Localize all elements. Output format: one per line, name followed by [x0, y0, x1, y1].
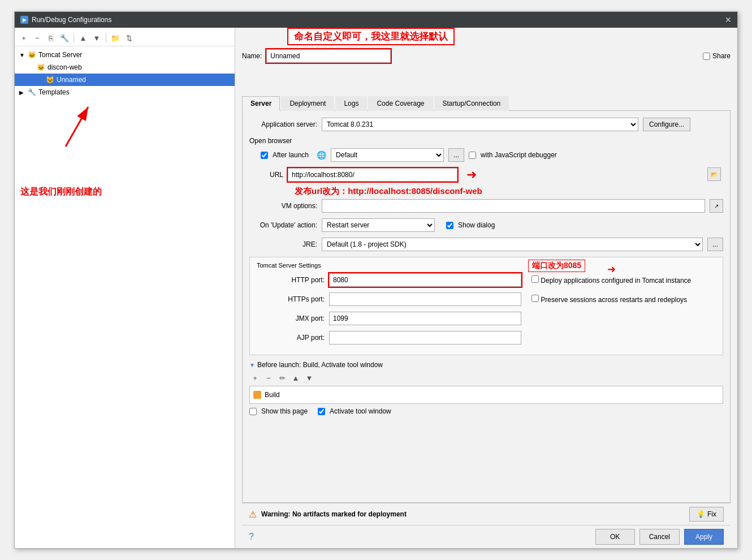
config-tree: ▼ 🐱 Tomcat Server 🐱 discon-web 🐱 Unnamed…	[15, 46, 235, 101]
tab-startup-connection[interactable]: Startup/Connection	[434, 96, 509, 111]
before-launch-up-button[interactable]: ▲	[290, 372, 301, 384]
before-launch-add-button[interactable]: +	[249, 372, 261, 384]
browser-select[interactable]: Default	[331, 148, 444, 162]
tab-deployment[interactable]: Deployment	[281, 96, 334, 111]
tab-server[interactable]: Server	[242, 96, 280, 111]
before-launch-remove-button[interactable]: −	[263, 372, 274, 384]
url-input[interactable]	[288, 168, 457, 182]
before-launch-down-button[interactable]: ▼	[304, 372, 315, 384]
vm-options-expand-button[interactable]: ↗	[710, 199, 723, 213]
https-port-input[interactable]	[329, 292, 521, 306]
warning-icon: ⚠	[249, 509, 257, 520]
cancel-button[interactable]: Cancel	[639, 529, 680, 545]
dialog-icon: ▶	[20, 16, 28, 24]
main-panel: 命名自定义即可，我这里就选择默认 Name: Share Server Depl…	[235, 28, 737, 548]
before-launch-edit-button[interactable]: ✏	[276, 372, 288, 384]
open-browser-section: Open browser After launch 🌐 Default ... …	[249, 137, 723, 182]
copy-config-button[interactable]: ⎘	[45, 32, 57, 44]
help-icon[interactable]: ?	[249, 532, 254, 542]
jmx-port-label: JMX port:	[257, 315, 325, 322]
move-up-button[interactable]: ▲	[77, 32, 89, 44]
deploy-apps-text: Deploy applications configured in Tomcat…	[541, 277, 691, 285]
tabs-row: Server Deployment Logs Code Coverage Sta…	[242, 96, 731, 111]
app-server-row: Application server: Tomcat 8.0.231 Confi…	[249, 118, 723, 131]
url-arrow-icon: ➜	[466, 167, 477, 182]
jre-select[interactable]: Default (1.8 - project SDK)	[322, 238, 703, 251]
after-launch-label: After launch	[273, 151, 309, 159]
name-input[interactable]	[266, 49, 391, 63]
tree-discon-web[interactable]: 🐱 discon-web	[15, 61, 235, 74]
browse-button[interactable]: 📂	[707, 167, 721, 181]
sort-button[interactable]: ⇅	[123, 32, 135, 44]
tomcat-icon-2: 🐱	[36, 63, 45, 72]
vm-options-row: VM options: ↗	[249, 199, 723, 213]
configure-button[interactable]: Configure...	[643, 118, 690, 131]
http-port-row: HTTP port: 端口改为8085 ➜ Deploy application…	[257, 273, 716, 287]
js-debugger-checkbox[interactable]	[469, 152, 476, 159]
ajp-port-input[interactable]	[329, 331, 521, 344]
port-arrow-icon: ➜	[607, 263, 616, 275]
tree-tomcat-label: Tomcat Server	[38, 51, 82, 59]
tree-unnamed-label: Unnamed	[57, 76, 86, 84]
tree-discon-label: discon-web	[47, 63, 82, 71]
url-label: URL	[261, 171, 283, 179]
collapse-arrow[interactable]: ▼	[249, 362, 255, 368]
server-tab-content: Application server: Tomcat 8.0.231 Confi…	[242, 111, 731, 503]
tomcat-icon: 🐱	[27, 50, 36, 59]
show-page-label: Show this page	[261, 407, 308, 415]
preserve-sessions-row: Preserve sessions across restarts and re…	[531, 295, 687, 304]
tree-tomcat-server[interactable]: ▼ 🐱 Tomcat Server	[15, 49, 235, 61]
before-launch-header: ▼ Before launch: Build, Activate tool wi…	[249, 361, 723, 369]
toolbar-separator-2	[106, 33, 106, 42]
fix-icon: 💡	[697, 510, 705, 518]
jre-options-button[interactable]: ...	[707, 238, 723, 251]
activate-label: Activate tool window	[330, 407, 391, 415]
show-dialog-checkbox[interactable]	[446, 222, 453, 229]
close-button[interactable]: ✕	[725, 15, 732, 24]
run-debug-dialog: ▶ Run/Debug Configurations ✕ + − ⎘ 🔧 ▲ ▼…	[14, 11, 738, 549]
show-page-checkbox[interactable]	[249, 408, 257, 415]
tree-unnamed[interactable]: 🐱 Unnamed	[15, 74, 235, 86]
preserve-sessions-checkbox[interactable]	[531, 295, 539, 302]
app-server-select[interactable]: Tomcat 8.0.231	[322, 118, 638, 131]
share-label: Share	[712, 52, 731, 60]
vm-options-input[interactable]	[322, 199, 705, 213]
app-server-label: Application server:	[249, 120, 317, 128]
activate-window-checkbox[interactable]	[318, 408, 325, 415]
url-row: URL ➜ 发布url改为：http://localhost:8085/disc…	[249, 167, 723, 182]
after-launch-row: After launch 🌐 Default ... with JavaScri…	[249, 148, 723, 162]
move-down-button[interactable]: ▼	[91, 32, 102, 44]
tab-code-coverage[interactable]: Code Coverage	[368, 96, 433, 111]
add-config-button[interactable]: +	[18, 32, 29, 44]
jmx-port-input[interactable]	[329, 312, 521, 325]
jre-label: JRE:	[249, 240, 317, 248]
url-browse-btn[interactable]: 📂	[707, 167, 721, 181]
sidebar-annotation: 这是我们刚刚创建的	[20, 186, 102, 201]
remove-config-button[interactable]: −	[32, 32, 43, 44]
before-launch-label: Before launch: Build, Activate tool wind…	[257, 361, 383, 369]
http-port-label: HTTP port:	[257, 276, 325, 284]
before-launch-section: ▼ Before launch: Build, Activate tool wi…	[249, 361, 723, 415]
jmx-port-row: JMX port:	[257, 312, 716, 325]
svg-line-1	[66, 107, 88, 147]
browser-options-button[interactable]: ...	[448, 148, 464, 162]
ok-button[interactable]: OK	[595, 529, 635, 545]
before-launch-list: Build	[249, 386, 723, 404]
before-launch-tools: + − ✏ ▲ ▼	[249, 372, 723, 384]
tree-templates-label: Templates	[38, 88, 70, 96]
build-icon	[253, 391, 261, 399]
apply-button[interactable]: Apply	[684, 529, 724, 545]
share-checkbox[interactable]	[703, 53, 710, 60]
show-page-row: Show this page Activate tool window	[249, 407, 723, 415]
tree-templates[interactable]: ▶ 🔧 Templates	[15, 86, 235, 98]
wrench-button[interactable]: 🔧	[59, 32, 70, 44]
update-action-select[interactable]: Restart server	[322, 218, 435, 232]
name-label: Name:	[242, 52, 262, 60]
deploy-apps-checkbox[interactable]	[531, 275, 539, 283]
http-port-input[interactable]	[329, 273, 521, 287]
fix-button[interactable]: 💡 Fix	[689, 507, 724, 522]
after-launch-checkbox[interactable]	[261, 152, 268, 159]
tab-logs[interactable]: Logs	[335, 96, 367, 111]
folder-button[interactable]: 📁	[110, 32, 121, 44]
build-label: Build	[265, 391, 280, 399]
